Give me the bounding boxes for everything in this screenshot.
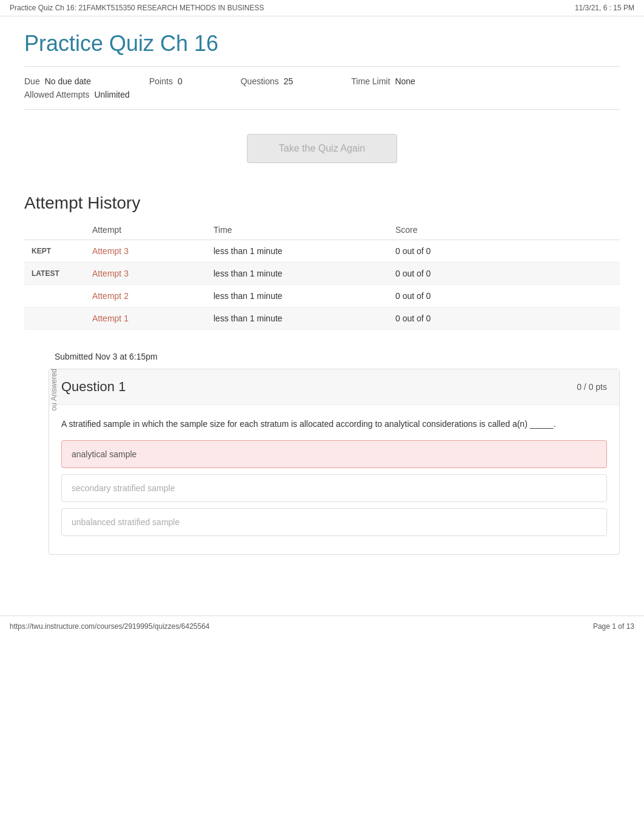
attempt-link-cell[interactable]: Attempt 3 — [85, 240, 206, 263]
answer-option[interactable]: unbalanced stratified sample — [61, 508, 607, 536]
attempt-link-cell[interactable]: Attempt 1 — [85, 307, 206, 330]
allowed-attempts-value: Unlimited — [94, 90, 129, 99]
question-header: Question 1 0 / 0 pts — [49, 369, 619, 405]
question-card: Question 1 0 / 0 pts A stratified sample… — [49, 369, 620, 555]
due-value: No due date — [45, 76, 91, 86]
questions-item: Questions 25 — [241, 76, 293, 86]
you-answered-label: ou Answered — [50, 369, 62, 413]
table-row: Attempt 1less than 1 minute0 out of 0 — [24, 307, 620, 330]
col-attempt: Attempt — [85, 220, 206, 240]
submitted-line: Submitted Nov 3 at 6:15pm — [24, 342, 620, 369]
attempt-link[interactable]: Attempt 3 — [92, 246, 129, 256]
attempt-time: less than 1 minute — [206, 285, 388, 307]
col-tag — [24, 220, 85, 240]
col-score: Score — [388, 220, 620, 240]
attempt-time: less than 1 minute — [206, 307, 388, 330]
answer-option[interactable]: secondary stratified sample — [61, 474, 607, 502]
allowed-attempts-label: Allowed Attempts — [24, 90, 89, 99]
table-row: KEPTAttempt 3less than 1 minute0 out of … — [24, 240, 620, 263]
attempt-time: less than 1 minute — [206, 263, 388, 285]
attempt-history-title: Attempt History — [24, 181, 620, 220]
attempt-table: Attempt Time Score KEPTAttempt 3less tha… — [24, 220, 620, 330]
attempt-link-cell[interactable]: Attempt 2 — [85, 285, 206, 307]
points-value: 0 — [178, 76, 183, 86]
questions-label: Questions — [241, 76, 279, 86]
attempt-score: 0 out of 0 — [388, 240, 620, 263]
main-content: Practice Quiz Ch 16 Due No due date Poin… — [0, 16, 644, 591]
points-item: Points 0 — [149, 76, 183, 86]
top-bar-title: Practice Quiz Ch 16: 21FAMKT515350 RESEA… — [10, 4, 264, 12]
allowed-attempts-item: Allowed Attempts Unlimited — [24, 90, 130, 99]
take-quiz-button[interactable]: Take the Quiz Again — [247, 134, 397, 163]
attempt-score: 0 out of 0 — [388, 285, 620, 307]
due-label: Due — [24, 76, 40, 86]
quiz-meta-row-1: Due No due date Points 0 Questions 25 Ti… — [24, 76, 620, 86]
footer-url: https://twu.instructure.com/courses/2919… — [10, 622, 210, 631]
attempt-score: 0 out of 0 — [388, 307, 620, 330]
attempt-time: less than 1 minute — [206, 240, 388, 263]
question-section: ou Answered Question 1 0 / 0 pts A strat… — [24, 369, 620, 555]
answer-option[interactable]: analytical sample — [61, 440, 607, 468]
attempt-link[interactable]: Attempt 3 — [92, 269, 129, 278]
quiz-meta: Due No due date Points 0 Questions 25 Ti… — [24, 67, 620, 110]
quiz-action-area: Take the Quiz Again — [24, 110, 620, 181]
table-row: Attempt 2less than 1 minute0 out of 0 — [24, 285, 620, 307]
questions-value: 25 — [284, 76, 293, 86]
time-limit-item: Time Limit None — [351, 76, 415, 86]
footer-page-info: Page 1 of 13 — [593, 622, 634, 631]
attempt-tag — [24, 307, 85, 330]
table-header-row: Attempt Time Score — [24, 220, 620, 240]
points-label: Points — [149, 76, 173, 86]
top-bar-datetime: 11/3/21, 6 : 15 PM — [575, 4, 634, 12]
bottom-bar: https://twu.instructure.com/courses/2919… — [0, 615, 644, 637]
attempt-score: 0 out of 0 — [388, 263, 620, 285]
top-bar: Practice Quiz Ch 16: 21FAMKT515350 RESEA… — [0, 0, 644, 16]
time-limit-label: Time Limit — [351, 76, 390, 86]
question-body: A stratified sample in which the sample … — [49, 405, 619, 440]
question-number: Question 1 — [61, 379, 126, 395]
answer-options: analytical samplesecondary stratified sa… — [49, 440, 619, 554]
attempt-link[interactable]: Attempt 2 — [92, 291, 129, 301]
table-row: LATESTAttempt 3less than 1 minute0 out o… — [24, 263, 620, 285]
page-title: Practice Quiz Ch 16 — [24, 16, 620, 67]
quiz-meta-row-2: Allowed Attempts Unlimited — [24, 90, 620, 99]
question-pts: 0 / 0 pts — [577, 382, 607, 392]
attempt-tag: KEPT — [24, 240, 85, 263]
attempt-link[interactable]: Attempt 1 — [92, 314, 129, 323]
attempt-tag: LATEST — [24, 263, 85, 285]
attempt-tag — [24, 285, 85, 307]
attempt-link-cell[interactable]: Attempt 3 — [85, 263, 206, 285]
col-time: Time — [206, 220, 388, 240]
due-item: Due No due date — [24, 76, 91, 86]
time-limit-value: None — [395, 76, 415, 86]
